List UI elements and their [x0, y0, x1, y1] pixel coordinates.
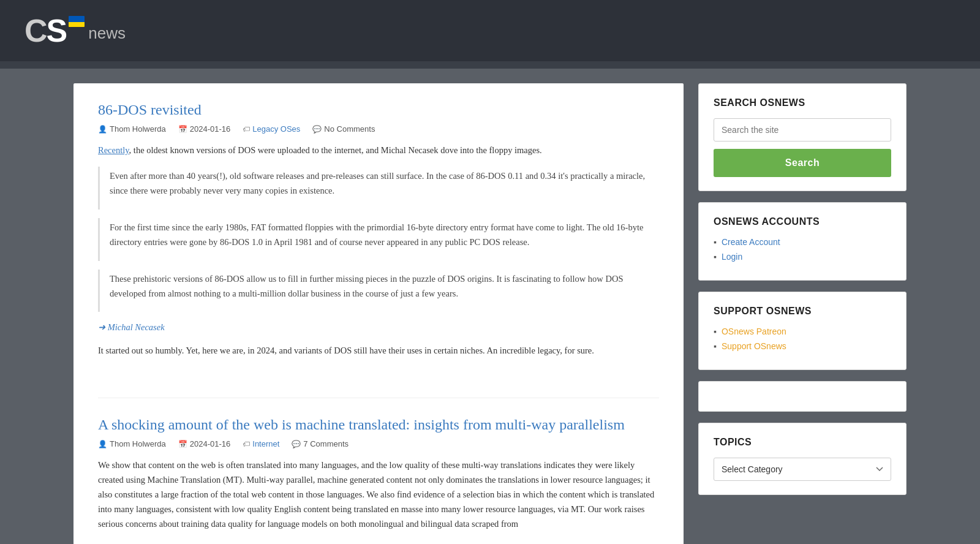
support-list-item-support: Support OSnews [714, 341, 891, 351]
logo-area[interactable]: CS news [24, 15, 126, 47]
article-1-body: Recently, the oldest known versions of D… [98, 143, 659, 358]
article-2-title: A shocking amount of the web is machine … [98, 417, 659, 433]
nav-bar [0, 61, 980, 69]
article-1-category: 🏷 Legacy OSes [243, 124, 300, 134]
article-2-title-link[interactable]: A shocking amount of the web is machine … [98, 417, 625, 433]
article-1-date: 📅 2024-01-16 [178, 124, 231, 134]
topics-select[interactable]: Select Category Hardware Software Intern… [714, 458, 891, 481]
article-1-quote-2: For the first time since the early 1980s… [98, 218, 659, 261]
search-widget: SEARCH OSNEWS Search [698, 83, 907, 191]
patreon-link[interactable]: OSnews Patreon [722, 327, 786, 336]
article-1-comments: 💬 No Comments [312, 124, 375, 134]
comment-icon: 💬 [312, 125, 322, 134]
support-widget: SUPPORT OSNEWS OSnews Patreon Support OS… [698, 292, 907, 370]
logo-cs: CS [24, 13, 66, 48]
support-list: OSnews Patreon Support OSnews [714, 327, 891, 351]
topics-widget: TOPICS Select Category Hardware Software… [698, 423, 907, 495]
logo-news: news [88, 24, 126, 43]
accounts-list: Create Account Login [714, 237, 891, 262]
topics-widget-title: TOPICS [714, 437, 891, 448]
article-2-body: We show that content on the web is often… [98, 458, 659, 532]
article-1-title: 86-DOS revisited [98, 102, 659, 118]
article-2-meta: 👤 Thom Holwerda 📅 2024-01-16 🏷 Internet … [98, 439, 659, 448]
search-widget-title: SEARCH OSNEWS [714, 97, 891, 108]
article-2-category: 🏷 Internet [243, 439, 279, 448]
date-icon: 📅 [178, 125, 187, 134]
article-1-author: 👤 Thom Holwerda [98, 124, 166, 134]
article-1: 86-DOS revisited 👤 Thom Holwerda 📅 2024-… [98, 102, 659, 373]
article-1-quote-3: These prehistoric versions of 86-DOS all… [98, 270, 659, 312]
search-input[interactable] [714, 118, 891, 142]
article-2-comments: 💬 7 Comments [292, 439, 349, 448]
article-2: A shocking amount of the web is machine … [98, 417, 659, 544]
accounts-widget: OSNEWS ACCOUNTS Create Account Login [698, 202, 907, 281]
support-link[interactable]: Support OSnews [722, 341, 786, 351]
article-1-title-link[interactable]: 86-DOS revisited [98, 102, 202, 118]
accounts-widget-title: OSNEWS ACCOUNTS [714, 216, 891, 227]
tag-icon-2: 🏷 [243, 440, 250, 448]
logo-flag [69, 16, 85, 27]
support-list-item-patreon: OSnews Patreon [714, 327, 891, 336]
site-header: CS news [0, 0, 980, 61]
create-account-link[interactable]: Create Account [722, 237, 780, 247]
main-wrapper: 86-DOS revisited 👤 Thom Holwerda 📅 2024-… [61, 69, 919, 544]
article-2-author: 👤 Thom Holwerda [98, 439, 166, 448]
article-1-quote-1: Even after more than 40 years(!), old so… [98, 167, 659, 210]
support-widget-title: SUPPORT OSNEWS [714, 306, 891, 317]
tag-icon: 🏷 [243, 125, 250, 134]
sidebar: SEARCH OSNEWS Search OSNEWS ACCOUNTS Cre… [698, 83, 907, 495]
accounts-list-item-create: Create Account [714, 237, 891, 247]
author-icon-2: 👤 [98, 440, 107, 448]
author-icon: 👤 [98, 125, 107, 134]
article-1-summary: It started out so humbly. Yet, here we a… [98, 344, 659, 358]
article-1-intro-link[interactable]: Recently [98, 145, 129, 155]
comment-icon-2: 💬 [292, 440, 301, 448]
article-1-meta: 👤 Thom Holwerda 📅 2024-01-16 🏷 Legacy OS… [98, 124, 659, 134]
accounts-list-item-login: Login [714, 252, 891, 262]
article-divider [98, 398, 659, 398]
date-icon-2: 📅 [178, 440, 187, 448]
login-link[interactable]: Login [722, 252, 742, 262]
main-content: 86-DOS revisited 👤 Thom Holwerda 📅 2024-… [74, 83, 684, 544]
article-2-date: 📅 2024-01-16 [178, 439, 231, 448]
ad-placeholder-widget [698, 381, 907, 412]
search-button[interactable]: Search [714, 149, 891, 177]
article-1-source-link[interactable]: ➜ Michal Necasek [98, 322, 165, 332]
